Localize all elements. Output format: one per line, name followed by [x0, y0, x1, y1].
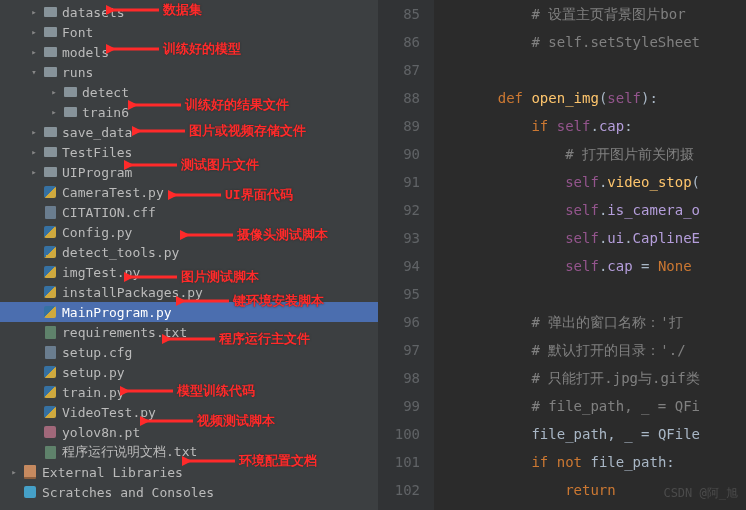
tree-label: train.py: [62, 385, 125, 400]
code-line[interactable]: # 弹出的窗口名称：'打: [464, 308, 746, 336]
code-line[interactable]: def open_img(self):: [464, 84, 746, 112]
line-number: 87: [378, 56, 420, 84]
tree-row[interactable]: ▸Font: [0, 22, 378, 42]
tree-label: save_data: [62, 125, 132, 140]
tree-row[interactable]: ▸save_data: [0, 122, 378, 142]
tree-row[interactable]: ▸train6: [0, 102, 378, 122]
expand-arrow-icon[interactable]: ▸: [28, 166, 40, 178]
py-icon: [42, 184, 58, 200]
expand-arrow-icon[interactable]: ▸: [28, 126, 40, 138]
tree-row[interactable]: MainProgram.py: [0, 302, 378, 322]
line-number: 92: [378, 196, 420, 224]
code-line[interactable]: file_path, _ = QFile: [464, 420, 746, 448]
tree-label: TestFiles: [62, 145, 132, 160]
expand-arrow-icon[interactable]: ▸: [28, 146, 40, 158]
tree-label: runs: [62, 65, 93, 80]
code-line[interactable]: [464, 56, 746, 84]
expand-arrow-icon: [28, 186, 40, 198]
expand-arrow-icon[interactable]: ▸: [48, 86, 60, 98]
tree-label: imgTest.py: [62, 265, 140, 280]
code-line[interactable]: # 默认打开的目录：'./: [464, 336, 746, 364]
tree-row[interactable]: ▸External Libraries: [0, 462, 378, 482]
code-line[interactable]: if self.cap:: [464, 112, 746, 140]
tree-label: Font: [62, 25, 93, 40]
tree-row[interactable]: ▸models: [0, 42, 378, 62]
code-line[interactable]: return: [464, 476, 746, 504]
code-line[interactable]: # self.setStyleSheet: [464, 28, 746, 56]
code-line[interactable]: # 设置主页背景图片bor: [464, 0, 746, 28]
expand-arrow-icon: [28, 446, 40, 458]
line-number: 99: [378, 392, 420, 420]
tree-label: setup.py: [62, 365, 125, 380]
py-icon: [42, 224, 58, 240]
tree-row[interactable]: train.py: [0, 382, 378, 402]
tree-label: detect_tools.py: [62, 245, 179, 260]
tree-label: 程序运行说明文档.txt: [62, 443, 197, 461]
expand-arrow-icon: [8, 486, 20, 498]
tree-row[interactable]: setup.cfg: [0, 342, 378, 362]
code-line[interactable]: # file_path, _ = QFi: [464, 392, 746, 420]
tree-row[interactable]: requirements.txt: [0, 322, 378, 342]
expand-arrow-icon: [28, 266, 40, 278]
expand-arrow-icon[interactable]: ▸: [28, 26, 40, 38]
tree-label: External Libraries: [42, 465, 183, 480]
tree-label: train6: [82, 105, 129, 120]
tree-row[interactable]: ▸UIProgram: [0, 162, 378, 182]
code-line[interactable]: if not file_path:: [464, 448, 746, 476]
line-number: 102: [378, 476, 420, 504]
py-icon: [42, 244, 58, 260]
tree-row[interactable]: ▾runs: [0, 62, 378, 82]
folder-icon: [42, 64, 58, 80]
tree-label: VideoTest.py: [62, 405, 156, 420]
tree-row[interactable]: detect_tools.py: [0, 242, 378, 262]
tree-row[interactable]: ▸datasets: [0, 2, 378, 22]
tree-label: MainProgram.py: [62, 305, 172, 320]
expand-arrow-icon[interactable]: ▸: [28, 6, 40, 18]
tree-label: yolov8n.pt: [62, 425, 140, 440]
line-number: 93: [378, 224, 420, 252]
tree-label: requirements.txt: [62, 325, 187, 340]
project-tree[interactable]: ▸datasets▸Font▸models▾runs▸detect▸train6…: [0, 0, 378, 510]
tree-label: detect: [82, 85, 129, 100]
code-line[interactable]: self.cap = None: [464, 252, 746, 280]
expand-arrow-icon[interactable]: ▸: [48, 106, 60, 118]
expand-arrow-icon: [28, 246, 40, 258]
expand-arrow-icon[interactable]: ▾: [28, 66, 40, 78]
code-area[interactable]: # 设置主页背景图片bor # self.setStyleSheet def o…: [434, 0, 746, 510]
tree-label: datasets: [62, 5, 125, 20]
folder-icon: [42, 24, 58, 40]
tree-row[interactable]: CameraTest.py: [0, 182, 378, 202]
line-number: 96: [378, 308, 420, 336]
code-line[interactable]: self.ui.CaplineE: [464, 224, 746, 252]
code-line[interactable]: self.is_camera_o: [464, 196, 746, 224]
line-number: 86: [378, 28, 420, 56]
tree-row[interactable]: Config.py: [0, 222, 378, 242]
expand-arrow-icon[interactable]: ▸: [8, 466, 20, 478]
expand-arrow-icon[interactable]: ▸: [28, 46, 40, 58]
tree-row[interactable]: 程序运行说明文档.txt: [0, 442, 378, 462]
py-icon: [42, 404, 58, 420]
line-number: 90: [378, 140, 420, 168]
code-line[interactable]: self.video_stop(: [464, 168, 746, 196]
tree-row[interactable]: ▸detect: [0, 82, 378, 102]
line-number: 97: [378, 336, 420, 364]
tree-row[interactable]: ▸TestFiles: [0, 142, 378, 162]
tree-row[interactable]: imgTest.py: [0, 262, 378, 282]
py-icon: [42, 384, 58, 400]
tree-label: setup.cfg: [62, 345, 132, 360]
expand-arrow-icon: [28, 346, 40, 358]
tree-row[interactable]: Scratches and Consoles: [0, 482, 378, 502]
tree-row[interactable]: yolov8n.pt: [0, 422, 378, 442]
py-icon: [42, 264, 58, 280]
tree-row[interactable]: VideoTest.py: [0, 402, 378, 422]
tree-row[interactable]: installPackages.py: [0, 282, 378, 302]
line-number: 98: [378, 364, 420, 392]
line-number: 95: [378, 280, 420, 308]
code-line[interactable]: # 打开图片前关闭摄: [464, 140, 746, 168]
tree-row[interactable]: CITATION.cff: [0, 202, 378, 222]
code-editor[interactable]: 858687888990919293949596979899100101102 …: [378, 0, 746, 510]
line-number: 91: [378, 168, 420, 196]
code-line[interactable]: # 只能打开.jpg与.gif类: [464, 364, 746, 392]
tree-row[interactable]: setup.py: [0, 362, 378, 382]
code-line[interactable]: [464, 280, 746, 308]
